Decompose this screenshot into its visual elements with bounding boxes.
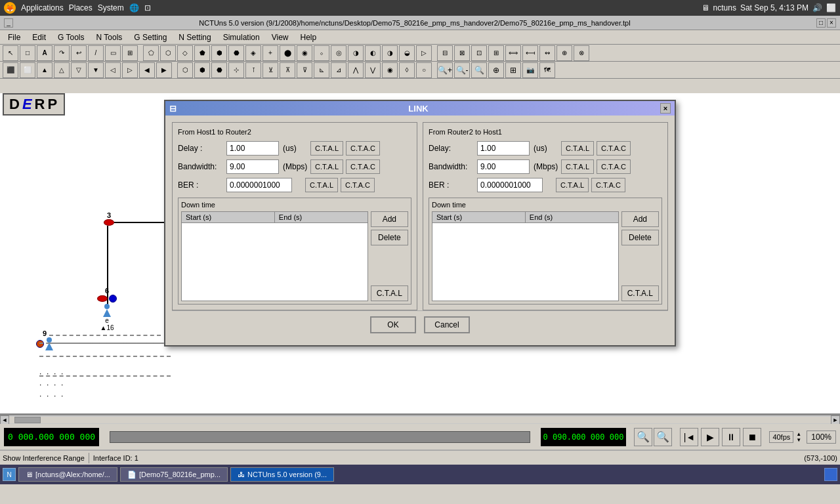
menu-view[interactable]: View (266, 32, 294, 43)
progress-bar[interactable] (110, 431, 530, 443)
places-menu[interactable]: Places (69, 3, 93, 12)
select-tool-btn[interactable]: ↖ (3, 45, 18, 61)
tb2-3[interactable]: ▲ (37, 62, 52, 78)
tb2-15[interactable]: ⊺ (245, 62, 261, 78)
taskbar-item-0[interactable]: 🖥 [nctuns@Alex:/home/... (18, 467, 117, 482)
poly5-btn[interactable]: ⬢ (211, 45, 227, 61)
shape9-btn[interactable]: ◐ (365, 45, 381, 61)
net-tool1[interactable]: ⊟ (437, 45, 453, 61)
zoom-custom-btn[interactable]: ⊞ (505, 62, 521, 78)
ber-ctal-btn-1[interactable]: C.T.A.L (305, 178, 338, 192)
cross-btn[interactable]: + (262, 45, 278, 61)
tb2-4[interactable]: △ (54, 62, 70, 78)
rewind-btn[interactable]: |◄ (680, 428, 698, 446)
delete-btn-1[interactable]: Delete (371, 230, 408, 245)
delay-ctal-btn-1[interactable]: C.T.A.L (310, 141, 343, 156)
ctal-bottom-2[interactable]: C.T.A.L (621, 285, 659, 301)
tb2-23[interactable]: ◉ (382, 62, 398, 78)
bw-input-2[interactable] (477, 159, 530, 174)
tb2-2[interactable]: ⬜ (20, 62, 35, 78)
menu-help[interactable]: Help (295, 32, 322, 43)
poly4-btn[interactable]: ⬟ (194, 45, 210, 61)
bw-ctal-btn-2[interactable]: C.T.A.L (561, 159, 594, 174)
delay-ctac-btn-2[interactable]: C.T.A.C (597, 141, 631, 156)
menu-file[interactable]: File (3, 32, 26, 43)
ber-ctac-btn-1[interactable]: C.T.A.C (341, 178, 375, 192)
shape-btn[interactable]: ⊞ (122, 45, 138, 61)
bw-input-1[interactable] (226, 159, 279, 174)
link-tool[interactable]: ⟺ (505, 45, 521, 61)
rect-tool-btn[interactable]: □ (20, 45, 35, 61)
shape2-btn[interactable]: ⬣ (228, 45, 244, 61)
shape10-btn[interactable]: ◑ (382, 45, 398, 61)
shape11-btn[interactable]: ◒ (399, 45, 415, 61)
rect2-btn[interactable]: ▭ (105, 45, 121, 61)
menu-ntools[interactable]: N Tools (91, 32, 128, 43)
net-tool5[interactable]: ⊕ (556, 45, 572, 61)
menu-edit[interactable]: Edit (27, 32, 51, 43)
undo-btn[interactable]: ↩ (71, 45, 87, 61)
dialog-close-btn[interactable]: × (660, 103, 671, 114)
tb2-13[interactable]: ⬣ (211, 62, 227, 78)
tb2-18[interactable]: ⊽ (297, 62, 312, 78)
menu-gsetting[interactable]: G Setting (129, 32, 172, 43)
scroll-thumb[interactable] (14, 417, 41, 423)
node-3[interactable]: 3 (104, 211, 114, 226)
ber-ctac-btn-2[interactable]: C.T.A.C (591, 178, 625, 192)
shape4-btn[interactable]: ⬤ (280, 45, 295, 61)
tb2-9[interactable]: ◀ (139, 62, 155, 78)
net-tool2[interactable]: ⊠ (454, 45, 470, 61)
system-menu[interactable]: System (98, 3, 124, 12)
tb2-1[interactable]: ⬛ (3, 62, 18, 78)
tb2-22[interactable]: ⋁ (365, 62, 381, 78)
fps-up[interactable]: ▲ (796, 431, 799, 437)
add-btn-2[interactable]: Add (621, 211, 659, 227)
tb2-21[interactable]: ⋀ (348, 62, 364, 78)
tb2-7[interactable]: ◁ (105, 62, 121, 78)
net-tool4[interactable]: ⊞ (488, 45, 504, 61)
tb2-5[interactable]: ▽ (71, 62, 87, 78)
add-btn-1[interactable]: Add (371, 211, 408, 227)
delay-input-2[interactable] (477, 141, 530, 156)
tb2-8[interactable]: ▷ (122, 62, 138, 78)
zoom-in-btn[interactable]: 🔍+ (437, 62, 453, 78)
zoom-fit-btn[interactable]: 🔍 (471, 62, 487, 78)
delay-ctal-btn-2[interactable]: C.T.A.L (561, 141, 594, 156)
bw-ctac-btn-2[interactable]: C.T.A.C (597, 159, 631, 174)
firefox-icon[interactable]: 🌐 (129, 3, 139, 12)
tb2-14[interactable]: ⊹ (228, 62, 244, 78)
screenshot-btn[interactable]: 📷 (522, 62, 538, 78)
poly3-btn[interactable]: ◇ (177, 45, 193, 61)
shape6-btn[interactable]: ⬦ (314, 45, 329, 61)
cancel-button[interactable]: Cancel (424, 316, 470, 333)
delay-input-1[interactable] (226, 141, 279, 156)
line-tool-btn[interactable]: / (88, 45, 104, 61)
ctal-bottom-1[interactable]: C.T.A.L (371, 285, 408, 301)
zoom-out-transport[interactable]: 🔍 (654, 428, 672, 446)
curve-tool-btn[interactable]: ↷ (54, 45, 70, 61)
net-tool3[interactable]: ⊡ (471, 45, 487, 61)
fps-down[interactable]: ▼ (796, 437, 799, 443)
tb2-11[interactable]: ⬡ (177, 62, 193, 78)
tb2-25[interactable]: ○ (416, 62, 432, 78)
tb2-17[interactable]: ⊼ (280, 62, 295, 78)
route-tool[interactable]: ↭ (539, 45, 555, 61)
app-close-btn[interactable]: × (827, 18, 836, 28)
stop-btn[interactable]: ⏹ (743, 428, 761, 446)
taskbar-item-1[interactable]: 📄 [Demo75_80216e_pmp... (120, 467, 228, 482)
scroll-left-btn[interactable]: ◄ (0, 415, 9, 425)
net-tool6[interactable]: ⊗ (574, 45, 589, 61)
tb2-19[interactable]: ⊾ (314, 62, 329, 78)
delete-btn-2[interactable]: Delete (621, 230, 659, 245)
ber-input-2[interactable] (477, 178, 543, 192)
node-6[interactable]: 6 e▲16 (97, 287, 117, 331)
shape3-btn[interactable]: ◈ (245, 45, 261, 61)
shape8-btn[interactable]: ◑ (348, 45, 364, 61)
shape7-btn[interactable]: ◎ (331, 45, 346, 61)
node-9[interactable]: 9 (36, 329, 53, 350)
scroll-right-btn[interactable]: ► (831, 415, 840, 425)
ber-input-1[interactable] (226, 178, 292, 192)
tb2-20[interactable]: ⊿ (331, 62, 346, 78)
tb2-12[interactable]: ⬢ (194, 62, 210, 78)
zoom-in-transport[interactable]: 🔍 (634, 428, 652, 446)
